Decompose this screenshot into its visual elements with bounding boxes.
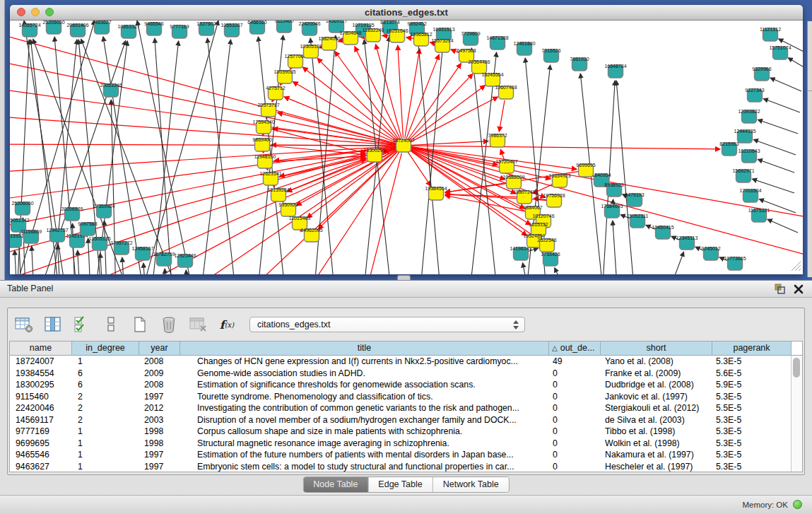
- table-cell[interactable]: 1998: [139, 438, 180, 450]
- graph-node-16210643[interactable]: 16210643: [738, 148, 760, 163]
- graph-node-19384554[interactable]: 19384554: [425, 186, 447, 201]
- table-row[interactable]: 969969511998Structural magnetic resonanc…: [10, 438, 802, 450]
- table-cell[interactable]: Dudbridge et al. (2008): [601, 379, 712, 391]
- table-cell[interactable]: Stergiakouli et al. (2012): [601, 402, 712, 414]
- graph-node-20691406[interactable]: 20691406: [66, 23, 88, 37]
- graph-node-11832240[interactable]: 11832240: [363, 28, 384, 42]
- column-header-title[interactable]: title: [180, 341, 549, 355]
- table-cell[interactable]: 9465546: [10, 449, 72, 461]
- table-cell[interactable]: 9699695: [10, 438, 72, 450]
- table-cell[interactable]: 2008: [139, 379, 180, 391]
- graph-node-6466160[interactable]: 6466160: [247, 21, 266, 34]
- network-window-titlebar[interactable]: citations_edges.txt: [10, 5, 803, 21]
- graph-node-10653327[interactable]: 10653327: [117, 24, 139, 39]
- column-header-year[interactable]: year: [139, 341, 180, 355]
- table-cell[interactable]: 1998: [139, 426, 180, 438]
- graph-node-7729609[interactable]: 7729609: [461, 31, 480, 46]
- table-cell[interactable]: 1: [72, 438, 139, 450]
- table-cell[interactable]: 9115460: [10, 391, 72, 403]
- graph-node-10773665[interactable]: 10773665: [724, 256, 746, 271]
- graph-node-6479193[interactable]: 6479193: [625, 192, 644, 207]
- table-row[interactable]: 911546021997Tourette syndrome. Phenomeno…: [10, 391, 802, 403]
- graph-node-1527602[interactable]: 1527602: [196, 21, 216, 36]
- graph-node-10553287[interactable]: 10553287: [220, 23, 242, 37]
- graph-node-22420046[interactable]: 22420046: [298, 21, 320, 36]
- column-header-short[interactable]: short: [601, 341, 712, 355]
- graph-node-7986372[interactable]: 7986372: [488, 133, 507, 148]
- table-row[interactable]: 2242004622012Investigating the contribut…: [10, 402, 802, 414]
- resize-grip-icon[interactable]: [792, 262, 801, 271]
- table-cell[interactable]: 14569117: [10, 414, 72, 426]
- graph-node-13505135[interactable]: 13505135: [88, 236, 110, 251]
- table-cell[interactable]: 5.3E-5: [712, 449, 792, 461]
- graph-node-12923446[interactable]: 12923446: [174, 253, 196, 268]
- table-cell[interactable]: Changes of HCN gene expression and I(f) …: [180, 356, 549, 368]
- graph-node-14962095[interactable]: 14962095: [300, 228, 322, 243]
- function-builder-icon[interactable]: f(x): [218, 316, 236, 333]
- table-cell[interactable]: Tibbo et al. (1998): [601, 426, 712, 438]
- graph-node-10305108[interactable]: 10305108: [300, 44, 322, 59]
- graph-node-16648784[interactable]: 16648784: [604, 64, 626, 78]
- table-cell[interactable]: de Silva et al. (2003): [601, 414, 712, 426]
- table-cell[interactable]: Franke et al. (2009): [601, 368, 712, 380]
- table-cell[interactable]: 0: [549, 426, 601, 438]
- graph-node-4275712[interactable]: 4275712: [266, 86, 285, 100]
- close-window-icon[interactable]: [17, 8, 25, 16]
- table-cell[interactable]: 2: [72, 402, 139, 414]
- scrollbar-thumb[interactable]: [793, 358, 800, 378]
- table-cell[interactable]: 18300295: [10, 379, 72, 391]
- table-cell[interactable]: Embryonic stem cells: a model to study s…: [180, 461, 549, 473]
- graph-node-16139284[interactable]: 16139284: [267, 187, 289, 202]
- graph-node-20573717[interactable]: 20573717: [257, 103, 279, 117]
- graph-node-25206050[interactable]: 25206050: [11, 201, 33, 216]
- table-cell[interactable]: Corpus callosum shape and size in male p…: [180, 426, 549, 438]
- graph-node-9869400[interactable]: 9869400: [252, 137, 271, 152]
- show-column-icon[interactable]: [44, 316, 62, 333]
- column-header-name[interactable]: name: [10, 341, 72, 355]
- table-cell[interactable]: 1997: [139, 449, 180, 461]
- table-cell[interactable]: 5.3E-5: [712, 426, 792, 438]
- graph-node-2522546[interactable]: 2522546: [537, 238, 556, 252]
- graph-node-9465546[interactable]: 9465546: [144, 21, 163, 36]
- table-cell[interactable]: 22420046: [10, 402, 72, 414]
- graph-node-1733426[interactable]: 1733426: [541, 252, 560, 267]
- table-cell[interactable]: Tourette syndrome. Phenomenology and cla…: [180, 391, 549, 403]
- vertical-scrollbar[interactable]: [791, 356, 802, 472]
- table-cell[interactable]: 0: [549, 368, 601, 380]
- table-cell[interactable]: 0: [549, 379, 601, 391]
- zoom-window-icon[interactable]: [45, 8, 54, 16]
- table-cell[interactable]: 9777169: [10, 426, 72, 438]
- graph-node-17359924[interactable]: 17359924: [93, 204, 114, 218]
- table-cell[interactable]: 0: [549, 402, 601, 414]
- graph-node-15692971[interactable]: 15692971: [732, 168, 754, 183]
- graph-node-7515526[interactable]: 7515526: [541, 48, 560, 63]
- table-cell[interactable]: 5.9E-5: [712, 379, 792, 391]
- graph-node-14671388[interactable]: 14671388: [486, 35, 508, 50]
- table-row[interactable]: 1872400712008Changes of HCN gene express…: [10, 356, 802, 368]
- memory-status-icon[interactable]: [793, 500, 802, 509]
- table-cell[interactable]: 1: [72, 449, 139, 461]
- graph-node-12461880[interactable]: 12461880: [513, 41, 535, 56]
- table-cell[interactable]: Estimation of significance thresholds fo…: [180, 379, 549, 391]
- float-window-icon[interactable]: [775, 284, 785, 294]
- graph-node-12623141[interactable]: 12623141: [259, 171, 281, 186]
- graph-node-14196141[interactable]: 14196141: [510, 246, 531, 261]
- table-row[interactable]: 946554611997Estimation of the future num…: [10, 449, 802, 461]
- table-cell[interactable]: 19384554: [10, 368, 72, 380]
- graph-node-8938923[interactable]: 8938923: [604, 182, 623, 197]
- minimize-window-icon[interactable]: [31, 8, 40, 16]
- table-cell[interactable]: Wolkin et al. (1998): [601, 438, 712, 450]
- rows-icon[interactable]: [102, 316, 120, 333]
- graph-node-9350929[interactable]: 9350929: [278, 202, 298, 217]
- table-cell[interactable]: Genome-wide association studies in ADHD.: [180, 368, 549, 380]
- graph-node-11156869[interactable]: 11156869: [20, 229, 42, 244]
- table-cell[interactable]: Hescheler et al. (1997): [601, 461, 712, 473]
- tab-network-table[interactable]: Network Table: [433, 477, 509, 492]
- table-cell[interactable]: 0: [549, 461, 601, 473]
- close-icon[interactable]: [794, 284, 804, 294]
- graph-node-17684695[interactable]: 17684695: [601, 204, 623, 218]
- delete-rows-icon[interactable]: [160, 316, 178, 333]
- table-cell[interactable]: 18724007: [10, 356, 72, 368]
- column-header-pagerank[interactable]: pagerank: [712, 341, 792, 355]
- table-cell[interactable]: 2012: [139, 402, 180, 414]
